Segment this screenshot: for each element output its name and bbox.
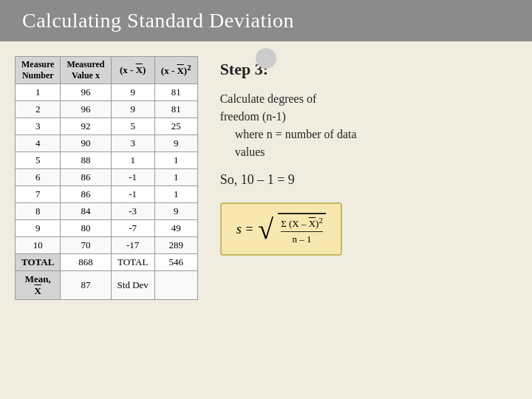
table-row: 5 88 1 1 — [16, 152, 198, 169]
desc-line2: freedom (n-1) — [220, 110, 286, 123]
cell-measure: 8 — [16, 203, 61, 220]
cell-diffsq: 81 — [154, 84, 197, 101]
cell-value: 88 — [61, 152, 111, 169]
desc-line3: where n = number of data — [220, 128, 357, 140]
mean-row: Mean, X 87 Std Dev — [16, 271, 198, 300]
cell-diff: -3 — [111, 203, 154, 220]
table-row: 10 70 -17 289 — [16, 237, 198, 254]
cell-measure: 4 — [16, 135, 61, 152]
total-diff: TOTAL — [111, 254, 154, 271]
cell-diffsq: 289 — [154, 237, 197, 254]
cell-value: 70 — [61, 237, 111, 254]
formula-s: s = — [236, 222, 254, 237]
cell-measure: 3 — [16, 118, 61, 135]
cell-value: 84 — [61, 203, 111, 220]
fraction: Σ (X – X)2 n – 1 — [281, 216, 323, 245]
cell-value: 86 — [61, 186, 111, 203]
cell-measure: 9 — [16, 220, 61, 237]
table-row: 8 84 -3 9 — [16, 203, 198, 220]
cell-diff: 9 — [111, 84, 154, 101]
desc-line1: Calculate degrees of — [220, 92, 317, 105]
cell-diffsq: 25 — [154, 118, 197, 135]
cell-value: 92 — [61, 118, 111, 135]
col-header-measure: MeasureNumber — [16, 57, 61, 84]
cell-diffsq: 9 — [154, 135, 197, 152]
table-row: 1 96 9 81 — [16, 84, 198, 101]
frac-denominator: n – 1 — [293, 233, 312, 245]
total-label: TOTAL — [16, 254, 61, 271]
cell-measure: 10 — [16, 237, 61, 254]
cell-diffsq: 49 — [154, 220, 197, 237]
cell-diffsq: 1 — [154, 186, 197, 203]
content-area: MeasureNumber MeasuredValue x (x - X) (x… — [0, 41, 532, 307]
cell-diff: -1 — [111, 186, 154, 203]
sqrt-bar: Σ (X – X)2 n – 1 — [278, 213, 326, 245]
cell-diffsq: 9 — [154, 203, 197, 220]
cell-diffsq: 1 — [154, 152, 197, 169]
data-table: MeasureNumber MeasuredValue x (x - X) (x… — [15, 56, 198, 300]
table-row: 3 92 5 25 — [16, 118, 198, 135]
desc-line4: values — [220, 146, 265, 158]
table-container: MeasureNumber MeasuredValue x (x - X) (x… — [15, 56, 198, 300]
cell-measure: 5 — [16, 152, 61, 169]
cell-value: 96 — [61, 84, 111, 101]
table-row: 6 86 -1 1 — [16, 169, 198, 186]
cell-measure: 1 — [16, 84, 61, 101]
table-row: 7 86 -1 1 — [16, 186, 198, 203]
cell-diff: 5 — [111, 118, 154, 135]
cell-diff: 3 — [111, 135, 154, 152]
table-row: 9 80 -7 49 — [16, 220, 198, 237]
formula-content: s = √ Σ (X – X)2 n – 1 — [236, 213, 326, 245]
cell-value: 80 — [61, 220, 111, 237]
mean-diffsq — [154, 271, 197, 300]
cell-value: 90 — [61, 135, 111, 152]
cell-diff: -7 — [111, 220, 154, 237]
cell-measure: 2 — [16, 101, 61, 118]
cell-value: 86 — [61, 169, 111, 186]
description: Calculate degrees of freedom (n-1) where… — [220, 90, 517, 161]
title-bar: Calculating Standard Deviation — [0, 0, 532, 41]
cell-diffsq: 1 — [154, 169, 197, 186]
total-value: 868 — [61, 254, 111, 271]
cell-measure: 7 — [16, 186, 61, 203]
total-diffsq: 546 — [154, 254, 197, 271]
mean-value: 87 — [61, 271, 111, 300]
total-row: TOTAL 868 TOTAL 546 — [16, 254, 198, 271]
cell-diff: -17 — [111, 237, 154, 254]
slide: Calculating Standard Deviation MeasureNu… — [0, 0, 532, 399]
mean-label: Mean, X — [16, 271, 61, 300]
result-text: So, 10 – 1 = 9 — [220, 172, 517, 188]
cell-diff: 9 — [111, 101, 154, 118]
frac-numerator: Σ (X – X)2 — [281, 216, 323, 232]
formula-box: s = √ Σ (X – X)2 n – 1 — [220, 202, 342, 256]
col-header-value: MeasuredValue x — [61, 57, 111, 84]
col-header-diff: (x - X) — [111, 57, 154, 84]
page-title: Calculating Standard Deviation — [22, 9, 510, 33]
sqrt-symbol: √ — [258, 218, 273, 240]
cell-measure: 6 — [16, 169, 61, 186]
cell-diff: 1 — [111, 152, 154, 169]
mean-diff: Std Dev — [111, 271, 154, 300]
cell-value: 96 — [61, 101, 111, 118]
table-row: 2 96 9 81 — [16, 101, 198, 118]
table-row: 4 90 3 9 — [16, 135, 198, 152]
col-header-diffsq: (x - X)2 — [154, 57, 197, 84]
cell-diff: -1 — [111, 169, 154, 186]
connector-circle — [256, 48, 276, 69]
cell-diffsq: 81 — [154, 101, 197, 118]
right-panel: Step 3: Calculate degrees of freedom (n-… — [220, 56, 517, 256]
